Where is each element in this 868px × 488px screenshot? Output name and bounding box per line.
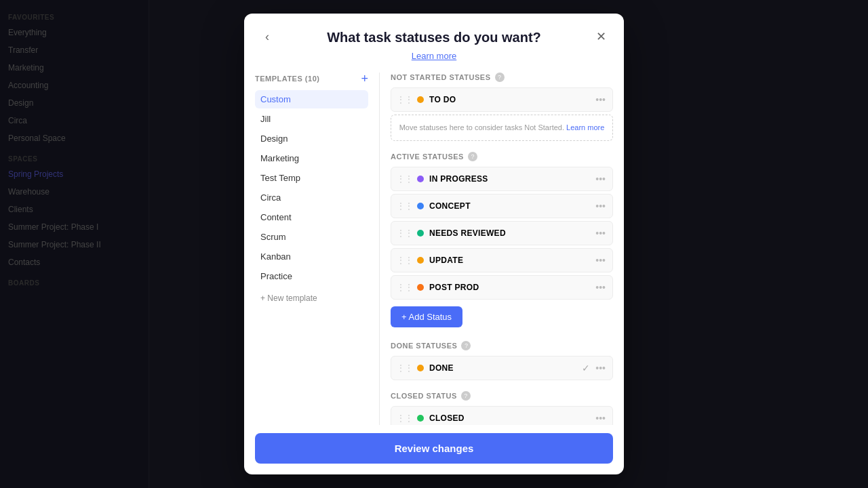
- modal-body: TEMPLATES (10) + Custom Jill Design Mark…: [244, 62, 624, 425]
- status-name-done: DONE: [429, 363, 582, 373]
- status-dot-postprod: [417, 284, 424, 291]
- status-menu-postprod[interactable]: •••: [594, 281, 607, 294]
- learn-more-link[interactable]: Learn more: [412, 51, 456, 61]
- status-name-todo: TO DO: [429, 95, 594, 104]
- status-menu-inprogress[interactable]: •••: [594, 172, 607, 186]
- status-menu-needsreviewed[interactable]: •••: [594, 226, 607, 240]
- template-item-kanban[interactable]: Kanban: [255, 247, 368, 266]
- template-item-design[interactable]: Design: [255, 129, 368, 148]
- not-started-help-icon[interactable]: ?: [495, 73, 505, 82]
- status-menu-update[interactable]: •••: [594, 253, 607, 267]
- drag-handle-done[interactable]: ⋮⋮: [397, 363, 413, 373]
- closed-help-icon[interactable]: ?: [461, 391, 471, 401]
- status-menu-closed[interactable]: •••: [594, 411, 607, 425]
- template-item-jill[interactable]: Jill: [255, 110, 368, 128]
- template-item-content[interactable]: Content: [255, 208, 368, 226]
- not-started-header: NOT STARTED STATUSES ?: [391, 73, 613, 82]
- drag-handle-inprogress[interactable]: ⋮⋮: [397, 174, 413, 184]
- status-inprogress: ⋮⋮ IN PROGRESS •••: [391, 167, 613, 191]
- status-menu-done[interactable]: •••: [594, 361, 607, 375]
- not-started-dropzone: Move statuses here to consider tasks Not…: [391, 115, 613, 141]
- templates-header: TEMPLATES (10) +: [255, 73, 368, 85]
- status-needsreviewed: ⋮⋮ NEEDS REVIEWED •••: [391, 221, 613, 245]
- drag-handle-concept[interactable]: ⋮⋮: [397, 201, 413, 211]
- status-dot-todo: [417, 96, 424, 103]
- active-label: ACTIVE STATUSES: [391, 152, 464, 161]
- not-started-section: NOT STARTED STATUSES ? ⋮⋮ TO DO ••• Move…: [391, 73, 613, 141]
- template-item-circa[interactable]: Circa: [255, 188, 368, 207]
- status-name-needsreviewed: NEEDS REVIEWED: [429, 228, 594, 238]
- status-done: ⋮⋮ DONE ✓ •••: [391, 356, 613, 380]
- drag-handle-needsreviewed[interactable]: ⋮⋮: [397, 228, 413, 238]
- status-name-postprod: POST PROD: [429, 283, 594, 292]
- drag-handle-todo[interactable]: ⋮⋮: [397, 95, 413, 104]
- modal-footer: Review changes: [244, 425, 624, 474]
- status-dot-needsreviewed: [417, 230, 424, 237]
- closed-header: CLOSED STATUS ?: [391, 391, 613, 401]
- not-started-label: NOT STARTED STATUSES: [391, 73, 491, 81]
- done-actions: ✓ •••: [582, 361, 607, 375]
- back-button[interactable]: ‹: [258, 27, 277, 46]
- templates-panel: TEMPLATES (10) + Custom Jill Design Mark…: [244, 73, 380, 425]
- modal-overlay: ‹ What task statuses do you want? Learn …: [0, 0, 868, 488]
- done-help-icon[interactable]: ?: [461, 341, 471, 350]
- done-check-icon: ✓: [582, 363, 590, 373]
- status-closed: ⋮⋮ CLOSED •••: [391, 406, 613, 426]
- modal-header: ‹ What task statuses do you want? Learn …: [244, 14, 624, 62]
- modal-title: What task statuses do you want?: [260, 30, 608, 45]
- drag-handle-closed[interactable]: ⋮⋮: [397, 413, 413, 423]
- status-postprod: ⋮⋮ POST PROD •••: [391, 275, 613, 300]
- status-todo: ⋮⋮ TO DO •••: [391, 87, 613, 112]
- template-item-practice[interactable]: Practice: [255, 267, 368, 285]
- active-help-icon[interactable]: ?: [468, 152, 477, 161]
- status-dot-concept: [417, 203, 424, 209]
- status-dot-closed: [417, 415, 424, 422]
- status-concept: ⋮⋮ CONCEPT •••: [391, 194, 613, 218]
- status-menu-concept[interactable]: •••: [594, 199, 607, 213]
- close-button[interactable]: ✕: [591, 27, 610, 46]
- status-name-closed: CLOSED: [429, 413, 594, 423]
- status-dot-update: [417, 257, 424, 264]
- status-name-inprogress: IN PROGRESS: [429, 174, 594, 184]
- done-header: DONE STATUSES ?: [391, 341, 613, 350]
- template-item-testtemp[interactable]: Test Temp: [255, 169, 368, 187]
- template-item-custom[interactable]: Custom: [255, 90, 368, 108]
- active-header: ACTIVE STATUSES ?: [391, 152, 613, 161]
- drag-handle-update[interactable]: ⋮⋮: [397, 256, 413, 265]
- dropzone-learn-more[interactable]: Learn more: [566, 123, 604, 131]
- template-item-scrum[interactable]: Scrum: [255, 228, 368, 246]
- review-changes-button[interactable]: Review changes: [255, 433, 613, 464]
- status-name-concept: CONCEPT: [429, 201, 594, 211]
- statuses-panel: NOT STARTED STATUSES ? ⋮⋮ TO DO ••• Move…: [380, 73, 624, 425]
- closed-section: CLOSED STATUS ? ⋮⋮ CLOSED •••: [391, 391, 613, 426]
- new-template-button[interactable]: + New template: [255, 291, 368, 306]
- templates-label: TEMPLATES (10): [255, 75, 319, 83]
- done-section: DONE STATUSES ? ⋮⋮ DONE ✓ •••: [391, 341, 613, 380]
- template-item-marketing[interactable]: Marketing: [255, 149, 368, 167]
- status-menu-todo[interactable]: •••: [594, 93, 607, 106]
- status-name-update: UPDATE: [429, 256, 594, 265]
- active-section: ACTIVE STATUSES ? ⋮⋮ IN PROGRESS ••• ⋮⋮ …: [391, 152, 613, 330]
- done-label: DONE STATUSES: [391, 342, 457, 350]
- status-update: ⋮⋮ UPDATE •••: [391, 248, 613, 272]
- status-dot-inprogress: [417, 176, 424, 182]
- add-status-button[interactable]: + Add Status: [391, 306, 462, 327]
- status-dot-done: [417, 365, 424, 371]
- add-template-icon[interactable]: +: [361, 73, 368, 85]
- drag-handle-postprod[interactable]: ⋮⋮: [397, 283, 413, 292]
- closed-label: CLOSED STATUS: [391, 392, 457, 400]
- task-status-modal: ‹ What task statuses do you want? Learn …: [244, 14, 624, 474]
